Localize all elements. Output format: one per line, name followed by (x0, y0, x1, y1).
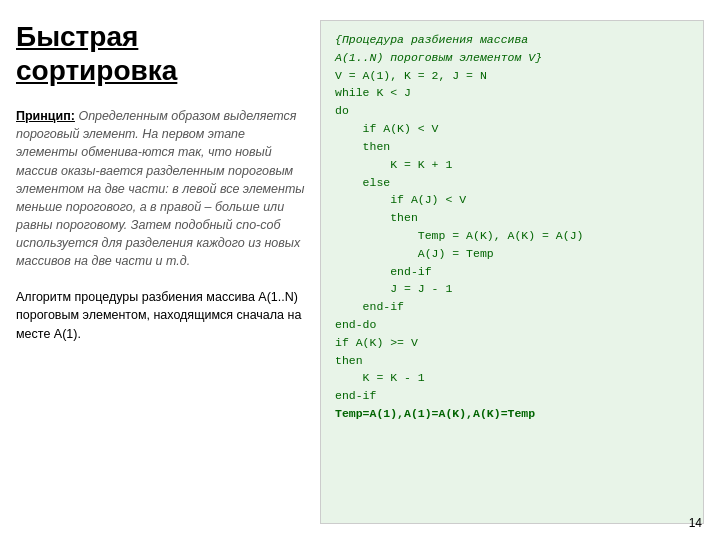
code-line: if A(J) < V (335, 191, 689, 209)
code-line: while K < J (335, 84, 689, 102)
code-line: K = K - 1 (335, 369, 689, 387)
principle-text: Определенным образом выделяется пороговы… (16, 109, 305, 268)
code-line: end-if (335, 263, 689, 281)
page-title: Быстрая сортировка (16, 20, 306, 87)
code-line: end-if (335, 387, 689, 405)
page-number: 14 (689, 516, 702, 530)
principle-label: Принцип: (16, 109, 75, 123)
page: Быстрая сортировка Принцип: Определенным… (0, 0, 720, 540)
code-line: K = K + 1 (335, 156, 689, 174)
algorithm-block: Алгоритм процедуры разбиения массива A(1… (16, 288, 306, 342)
code-line: V = A(1), K = 2, J = N (335, 67, 689, 85)
code-line: do (335, 102, 689, 120)
code-line: J = J - 1 (335, 280, 689, 298)
code-line: if A(K) >= V (335, 334, 689, 352)
left-panel: Быстрая сортировка Принцип: Определенным… (16, 20, 306, 524)
code-line: end-do (335, 316, 689, 334)
code-line: else (335, 174, 689, 192)
code-line: then (335, 209, 689, 227)
code-line: if A(K) < V (335, 120, 689, 138)
code-line: A(J) = Temp (335, 245, 689, 263)
code-panel: {Процедура разбиения массиваA(1..N) поро… (320, 20, 704, 524)
code-line: A(1..N) пороговым элементом V} (335, 49, 689, 67)
code-line: {Процедура разбиения массива (335, 31, 689, 49)
code-line: Temp = A(K), A(K) = A(J) (335, 227, 689, 245)
code-line: then (335, 352, 689, 370)
code-line: Temp=A(1),A(1)=A(K),A(K)=Temp (335, 405, 689, 423)
code-line: end-if (335, 298, 689, 316)
principle-block: Принцип: Определенным образом выделяется… (16, 107, 306, 270)
code-line: then (335, 138, 689, 156)
